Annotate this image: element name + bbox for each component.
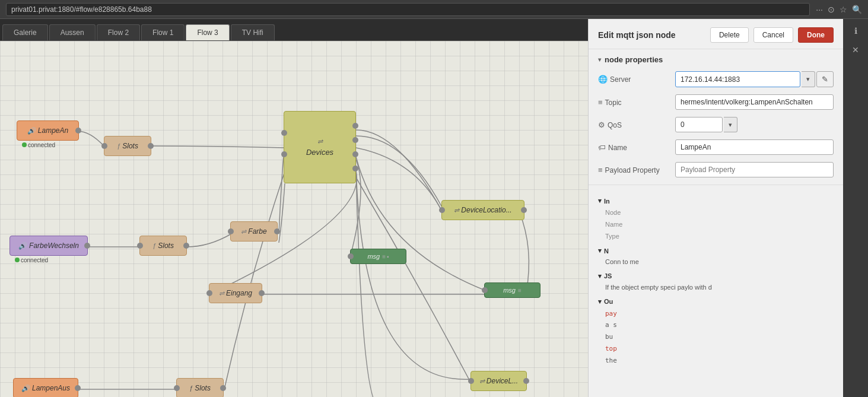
qos-control-group: ▾ <box>675 117 834 132</box>
form-row-qos: ⚙ QoS ▾ <box>589 113 843 136</box>
node-label: Slots <box>195 384 211 392</box>
server-input[interactable] <box>675 71 800 87</box>
edit-panel-header: Edit mqtt json node Delete Cancel Done <box>589 19 843 49</box>
tab-tvhifi[interactable]: TV Hifi <box>231 24 275 40</box>
node-label: FarbeWechseln <box>29 242 79 250</box>
qos-dropdown-btn[interactable]: ▾ <box>724 117 737 132</box>
browser-icons: ··· ⊙ ☆ 🔍 <box>816 5 862 14</box>
status-text: connected <box>21 257 48 263</box>
tab-galerie[interactable]: Galerie <box>2 24 48 40</box>
tab-flow3[interactable]: Flow 3 <box>186 24 229 40</box>
list-icon: ≡ <box>598 98 603 107</box>
tab-bar: Galerie Aussen Flow 2 Flow 1 Flow 3 TV H… <box>0 19 588 41</box>
section-js-collapse: ▾ JS <box>598 272 834 280</box>
status-text: connected <box>28 142 55 148</box>
node-output <box>220 385 226 391</box>
section-in-collapse: ▾ In <box>598 197 834 205</box>
browser-bar: privat01.privat:1880/#flow/e828865b.64ba… <box>0 0 868 19</box>
server-control-group: ▾ ✎ <box>675 71 834 87</box>
form-row-server: 🌐 Server ▾ ✎ <box>589 68 843 91</box>
form-row-name: 🏷 Name <box>589 136 843 158</box>
flow-editor: Galerie Aussen Flow 2 Flow 1 Flow 3 TV H… <box>0 19 588 397</box>
node-devices[interactable]: ⇌ Devices <box>284 111 356 183</box>
node-label: Devices <box>306 148 333 157</box>
server-dropdown-btn[interactable]: ▾ <box>802 71 815 87</box>
node-output-4 <box>352 166 358 171</box>
node-input <box>348 253 354 259</box>
topic-input[interactable] <box>675 94 834 110</box>
cancel-button[interactable]: Cancel <box>753 27 793 43</box>
node-label: Farbe <box>248 227 266 236</box>
server-edit-btn[interactable]: ✎ <box>816 71 834 87</box>
status-dot <box>15 258 20 262</box>
node-label: LampeAn <box>38 126 68 135</box>
node-device-location-2[interactable]: ⇌ DeviceL... <box>470 371 527 391</box>
node-input <box>468 378 474 384</box>
node-label: DeviceLocatio... <box>461 206 511 214</box>
topic-label: ≡ Topic <box>598 94 669 107</box>
server-label: 🌐 Server <box>598 71 669 84</box>
info-panel: ℹ ✕ <box>843 19 868 397</box>
node-output <box>274 228 280 234</box>
node-output-3 <box>352 151 358 157</box>
tag-icon: 🏷 <box>598 143 606 152</box>
qos-label: ⚙ QoS <box>598 117 669 129</box>
close-icon[interactable]: ✕ <box>850 43 861 57</box>
node-input <box>281 130 287 136</box>
node-farbe-wechseln[interactable]: 🔊 FarbeWechseln connected <box>9 236 88 256</box>
payload-label: ≡ Payload Property <box>598 162 669 174</box>
node-output <box>148 143 154 149</box>
in-section-content: Node Name Type <box>598 207 834 242</box>
info-icon[interactable]: ℹ <box>852 24 860 38</box>
node-slots-2[interactable]: ƒ Slots <box>139 236 187 256</box>
section-title: node properties <box>605 55 663 64</box>
payload-property-input[interactable] <box>675 162 834 177</box>
qos-input[interactable] <box>675 117 723 132</box>
tab-aussen[interactable]: Aussen <box>49 24 96 40</box>
node-lampe-an[interactable]: 🔊 LampeAn connected <box>17 120 79 141</box>
chevron-n: ▾ <box>598 247 602 255</box>
divider <box>589 185 843 185</box>
status-dot <box>22 142 27 147</box>
info-sections: ▾ In Node Name Type ▾ N Conn to me ▾ JS … <box>589 189 843 370</box>
browser-url: privat01.privat:1880/#flow/e828865b.64ba… <box>6 3 810 16</box>
tab-flow2[interactable]: Flow 2 <box>97 24 140 40</box>
node-output <box>523 378 529 384</box>
delete-button[interactable]: Delete <box>710 27 749 43</box>
ou-section-content: pay a s bu top the <box>598 308 834 367</box>
section-n-collapse: ▾ N <box>598 247 834 255</box>
done-button[interactable]: Done <box>798 27 834 43</box>
node-properties-section: ▾ node properties <box>589 49 843 68</box>
node-label: msg <box>503 287 516 294</box>
form-row-topic: ≡ Topic <box>589 91 843 113</box>
edit-panel-buttons: Delete Cancel Done <box>710 27 834 43</box>
node-eingang[interactable]: ⇌ Eingang <box>209 283 262 303</box>
name-input[interactable] <box>675 139 834 155</box>
name-label: 🏷 Name <box>598 139 669 152</box>
chevron-icon: ▾ <box>598 56 601 63</box>
node-output <box>183 243 189 249</box>
tab-flow1[interactable]: Flow 1 <box>141 24 185 40</box>
node-output <box>521 207 527 213</box>
node-device-location-1[interactable]: ⇌ DeviceLocatio... <box>441 200 524 220</box>
node-farbe[interactable]: ⇌ Farbe <box>230 221 278 242</box>
node-input <box>206 290 212 296</box>
n-section-content: Conn to me <box>598 257 834 268</box>
node-output-2 <box>352 137 358 143</box>
node-msg-2[interactable]: msg ≡ <box>484 282 540 298</box>
node-slots-1[interactable]: ƒ Slots <box>104 136 151 156</box>
chevron-ou: ▾ <box>598 298 602 306</box>
form-row-payload: ≡ Payload Property <box>589 158 843 181</box>
payload-icon: ≡ <box>598 166 603 174</box>
canvas[interactable]: 🔊 LampeAn connected ƒ Slots <box>0 41 588 397</box>
node-slots-3[interactable]: ƒ Slots <box>176 378 224 397</box>
node-input <box>228 228 234 234</box>
gear-icon: ⚙ <box>598 120 605 129</box>
node-output <box>75 128 81 134</box>
node-input <box>482 287 488 293</box>
node-lampen-aus[interactable]: 🔊 LampenAus connected <box>13 378 78 397</box>
node-input <box>439 207 445 213</box>
node-input <box>174 385 180 391</box>
node-label: Slots <box>158 242 174 250</box>
node-msg-1[interactable]: msg ≡ ▪ <box>350 249 406 264</box>
